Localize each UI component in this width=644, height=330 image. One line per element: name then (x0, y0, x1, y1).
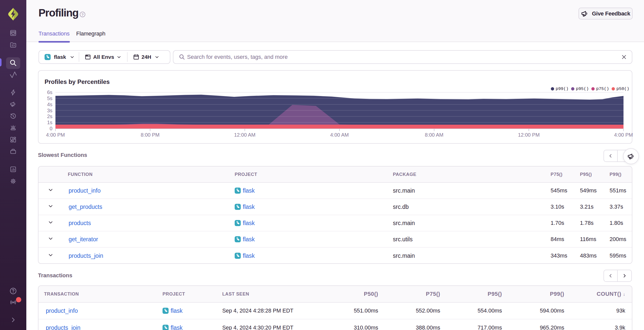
svg-text:2s: 2s (47, 114, 52, 119)
svg-text:8:00 AM: 8:00 AM (425, 132, 443, 138)
svg-text:4:00 PM: 4:00 PM (614, 132, 633, 138)
svg-text:4s: 4s (47, 102, 52, 107)
svg-text:5s: 5s (47, 96, 52, 101)
svg-text:3s: 3s (47, 108, 52, 113)
svg-text:8:00 PM: 8:00 PM (141, 132, 159, 138)
svg-text:12:00 AM: 12:00 AM (234, 132, 256, 138)
svg-text:1s: 1s (47, 120, 52, 125)
svg-text:4:00 PM: 4:00 PM (46, 132, 65, 138)
svg-text:6s: 6s (47, 89, 52, 95)
svg-text:12:00 PM: 12:00 PM (518, 132, 540, 138)
svg-text:0: 0 (50, 126, 52, 131)
svg-text:4:00 AM: 4:00 AM (330, 132, 349, 138)
